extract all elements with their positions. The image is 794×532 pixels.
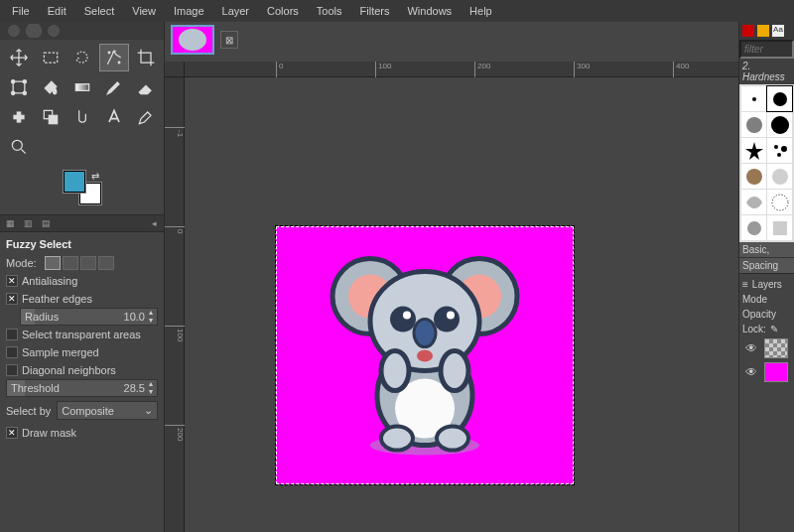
brush-grid[interactable]: [739, 84, 794, 242]
brush-item[interactable]: [741, 190, 766, 214]
brush-item[interactable]: [741, 164, 766, 189]
svg-point-2: [118, 62, 120, 64]
right-panel-header: Aa: [739, 22, 794, 40]
mode-add-icon[interactable]: [63, 256, 78, 270]
gradient-tool[interactable]: [67, 73, 97, 101]
threshold-spinner[interactable]: ▴▾: [149, 380, 153, 396]
mode-subtract-icon[interactable]: [80, 256, 96, 270]
menu-layer[interactable]: Layer: [214, 2, 258, 20]
svg-point-39: [777, 153, 781, 157]
mode-intersect-icon[interactable]: [98, 256, 114, 270]
color-swatch-area: ⇄: [0, 165, 164, 214]
color-picker-tool[interactable]: [131, 103, 161, 131]
text-tool[interactable]: [99, 103, 129, 131]
visibility-eye-icon[interactable]: 👁: [742, 339, 760, 357]
select-transparent-row[interactable]: ✕ Select transparent areas: [6, 326, 158, 343]
layer-mode-row[interactable]: Mode: [742, 292, 791, 307]
menu-arrow-icon[interactable]: ◂: [148, 217, 160, 229]
main-layout: ⇄ ▦ ▥ ▤ ◂ Fuzzy Select Mode: ✕ A: [0, 22, 794, 532]
horizontal-ruler[interactable]: 0 100 200 300 400: [185, 62, 738, 77]
close-tab-button[interactable]: ⊠: [220, 31, 238, 49]
transform-tool[interactable]: [4, 73, 34, 101]
heal-tool[interactable]: [4, 103, 34, 131]
paintbrush-tool[interactable]: [99, 73, 129, 101]
draw-mask-row[interactable]: ✕ Draw mask: [6, 424, 158, 442]
layer-row[interactable]: 👁: [742, 360, 791, 384]
diagonal-neighbors-row[interactable]: ✕ Diagonal neighbors: [6, 361, 158, 379]
layer-opacity-row[interactable]: Opacity: [742, 307, 791, 322]
svg-point-5: [23, 80, 26, 83]
brush-lock-icon[interactable]: ✎: [770, 324, 778, 334]
rect-select-tool[interactable]: [36, 44, 66, 71]
svg-point-29: [417, 350, 433, 362]
antialiasing-row[interactable]: ✕ Antialiasing: [6, 272, 158, 290]
diagonal-neighbors-checkbox[interactable]: ✕: [6, 364, 18, 376]
fuzzy-select-tool[interactable]: [99, 44, 129, 71]
brush-item[interactable]: [741, 138, 766, 163]
menu-tools[interactable]: Tools: [309, 2, 350, 20]
menu-view[interactable]: View: [124, 2, 164, 20]
sample-merged-checkbox[interactable]: ✕: [6, 346, 18, 358]
zoom-tool[interactable]: [4, 133, 34, 161]
free-select-tool[interactable]: [67, 44, 97, 71]
select-by-dropdown[interactable]: Composite ⌄: [57, 401, 158, 420]
menu-filters[interactable]: Filters: [352, 2, 398, 20]
spacing-label[interactable]: Spacing: [739, 257, 794, 273]
crop-tool[interactable]: [131, 44, 161, 71]
tab-icon[interactable]: ▥: [22, 217, 34, 229]
brush-item[interactable]: [767, 86, 792, 111]
feather-row[interactable]: ✕ Feather edges: [6, 290, 158, 308]
brush-item[interactable]: [741, 215, 766, 240]
feather-label: Feather edges: [22, 293, 92, 305]
canvas-image[interactable]: [276, 226, 574, 484]
menu-edit[interactable]: Edit: [40, 2, 74, 20]
brush-item[interactable]: [767, 190, 792, 214]
brush-item[interactable]: [767, 112, 792, 137]
mode-replace-icon[interactable]: [45, 256, 61, 270]
fg-color-swatch[interactable]: [64, 171, 85, 193]
menu-help[interactable]: Help: [462, 2, 500, 20]
brush-item[interactable]: [741, 112, 766, 137]
clone-tool[interactable]: [36, 103, 66, 131]
draw-mask-checkbox[interactable]: ✕: [6, 427, 18, 439]
move-tool[interactable]: [4, 44, 34, 71]
brush-item[interactable]: [767, 138, 792, 163]
bucket-fill-tool[interactable]: [36, 73, 66, 101]
visibility-eye-icon[interactable]: 👁: [742, 363, 760, 381]
menu-windows[interactable]: Windows: [399, 2, 460, 20]
chevron-down-icon: ⌄: [144, 404, 153, 417]
select-transparent-checkbox[interactable]: ✕: [6, 329, 18, 340]
swap-colors-icon[interactable]: ⇄: [91, 171, 99, 182]
svg-point-6: [12, 91, 15, 94]
layer-lock-row[interactable]: Lock: ✎: [742, 322, 791, 336]
sample-merged-row[interactable]: ✕ Sample merged: [6, 343, 158, 361]
menu-file[interactable]: File: [4, 2, 38, 20]
eraser-tool[interactable]: [131, 73, 161, 101]
antialiasing-checkbox[interactable]: ✕: [6, 275, 18, 287]
svg-rect-3: [13, 81, 25, 93]
svg-point-4: [12, 80, 15, 83]
brush-item[interactable]: [741, 86, 766, 111]
brush-item[interactable]: [767, 215, 792, 240]
tab-icon[interactable]: ▤: [40, 217, 52, 229]
menu-colors[interactable]: Colors: [259, 2, 307, 20]
image-tab[interactable]: [171, 25, 214, 55]
brush-item[interactable]: [767, 164, 792, 189]
svg-point-41: [772, 169, 788, 185]
brush-filter-input[interactable]: [739, 40, 794, 59]
menu-select[interactable]: Select: [76, 2, 123, 20]
radius-slider[interactable]: Radius 10.0 ▴▾: [20, 308, 158, 326]
vertical-ruler[interactable]: -1 0 100 200: [165, 77, 185, 532]
layer-thumbnail[interactable]: [764, 338, 788, 358]
layer-thumbnail[interactable]: [764, 362, 788, 382]
svg-point-40: [746, 169, 762, 185]
feather-checkbox[interactable]: ✕: [6, 293, 18, 305]
layer-row[interactable]: 👁: [742, 336, 791, 360]
canvas-viewport[interactable]: [185, 77, 738, 532]
tab-icon[interactable]: ▦: [4, 217, 16, 229]
menubar: File Edit Select View Image Layer Colors…: [0, 0, 794, 22]
smudge-tool[interactable]: [67, 103, 97, 131]
radius-spinner[interactable]: ▴▾: [149, 309, 153, 325]
threshold-slider[interactable]: Threshold 28.5 ▴▾: [6, 379, 158, 397]
menu-image[interactable]: Image: [166, 2, 212, 20]
